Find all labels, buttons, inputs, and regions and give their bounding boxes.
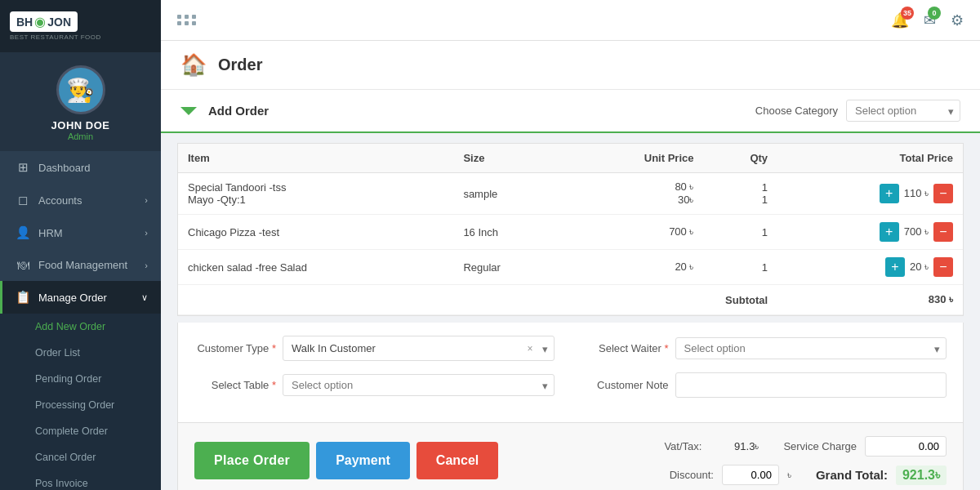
item-unit-price: 80 ৳ 30৳ bbox=[566, 173, 703, 215]
sidebar-item-hrm[interactable]: 👤 HRM › bbox=[0, 216, 161, 249]
subnav-label: Complete Order bbox=[35, 425, 108, 437]
subtotal-label: Subtotal bbox=[178, 285, 777, 315]
sidebar: BH ◉ JON BEST RESTAURANT FOOD 👨‍🍳 JOHN D… bbox=[0, 0, 161, 490]
col-size: Size bbox=[453, 144, 566, 173]
clear-customer-type-button[interactable]: × bbox=[527, 343, 532, 354]
table-select[interactable]: Select option bbox=[283, 374, 555, 396]
sidebar-logo: BH ◉ JON BEST RESTAURANT FOOD bbox=[10, 10, 101, 42]
col-qty: Qty bbox=[703, 144, 777, 173]
select-waiter-group: Select Waiter * Select option bbox=[587, 337, 947, 359]
table-select-wrapper: Select option bbox=[283, 374, 555, 396]
table-header-row: Item Size Unit Price Qty Total Price bbox=[178, 144, 963, 173]
hrm-icon: 👤 bbox=[16, 225, 30, 240]
sidebar-item-label: Manage Order bbox=[38, 292, 107, 304]
total-price-value: 700 ৳ bbox=[904, 225, 929, 238]
qty-plus-button[interactable]: + bbox=[880, 184, 899, 203]
sidebar-item-dashboard[interactable]: ⊞ Dashboard bbox=[0, 151, 161, 184]
qty-minus-button[interactable]: − bbox=[933, 184, 953, 203]
page-content: 🏠 Order Add Order Choose Category Select… bbox=[161, 41, 980, 490]
main-content: 🔔 35 ✉ 0 ⚙ 🏠 Order Add Order Choose Cate… bbox=[161, 0, 980, 490]
customer-note-group: Customer Note bbox=[587, 372, 947, 398]
vat-tax-value: 91.3৳ bbox=[710, 440, 759, 453]
qty-minus-button[interactable]: − bbox=[933, 257, 953, 277]
totals-section: Vat/Tax: 91.3৳ Service Charge Discount: … bbox=[498, 436, 947, 485]
item-size: 16 Inch bbox=[453, 215, 566, 250]
messages-icon[interactable]: ✉ 0 bbox=[924, 11, 936, 29]
table-row: chicken salad -free Salad Regular 20 ৳ 1… bbox=[178, 250, 963, 285]
taka-symbol: ৳ bbox=[787, 469, 791, 482]
topbar-right: 🔔 35 ✉ 0 ⚙ bbox=[891, 11, 964, 29]
user-profile: 👨‍🍳 JOHN DOE Admin bbox=[0, 52, 161, 151]
select-table-group: Select Table * Select option bbox=[194, 374, 555, 396]
message-badge: 0 bbox=[928, 7, 941, 20]
home-icon: 🏠 bbox=[180, 52, 207, 78]
customer-type-group: Customer Type * Walk In Customer × bbox=[194, 336, 555, 361]
item-name: Chicago Pizza -test bbox=[178, 215, 453, 250]
subnav-order-list[interactable]: Order List bbox=[0, 340, 161, 366]
subnav-cancel-order[interactable]: Cancel Order bbox=[0, 444, 161, 470]
sidebar-item-manage-order[interactable]: 📋 Manage Order ∨ bbox=[0, 281, 161, 314]
item-total: + 20 ৳ − bbox=[777, 250, 963, 285]
table-row: Special Tandoori -tss Mayo -Qty:1 sample… bbox=[178, 173, 963, 215]
order-table-area: Item Size Unit Price Qty Total Price Spe… bbox=[177, 143, 964, 316]
sidebar-nav: ⊞ Dashboard ◻ Accounts › 👤 HRM › 🍽 Food … bbox=[0, 151, 161, 490]
page-header: 🏠 Order bbox=[161, 41, 980, 90]
discount-grand-total-row: Discount: ৳ Grand Total: 921.3৳ bbox=[670, 465, 947, 485]
category-select-wrapper: Select option bbox=[846, 100, 960, 122]
customer-note-input[interactable] bbox=[675, 372, 947, 398]
category-select[interactable]: Select option bbox=[846, 100, 960, 122]
sidebar-header: BH ◉ JON BEST RESTAURANT FOOD bbox=[0, 0, 161, 52]
item-total: + 700 ৳ − bbox=[777, 215, 963, 250]
grid-menu-icon[interactable] bbox=[177, 15, 197, 25]
qty-minus-button[interactable]: − bbox=[933, 222, 953, 242]
settings-icon[interactable]: ⚙ bbox=[951, 11, 964, 29]
item-unit-price: 20 ৳ bbox=[566, 250, 703, 285]
col-unit-price: Unit Price bbox=[566, 144, 703, 173]
user-role: Admin bbox=[68, 131, 93, 141]
chevron-right-icon: › bbox=[145, 195, 148, 205]
add-order-bar: Add Order Choose Category Select option bbox=[161, 90, 980, 133]
waiter-select-wrapper: Select option bbox=[675, 337, 947, 359]
notification-bell[interactable]: 🔔 35 bbox=[891, 11, 909, 29]
subnav-complete-order[interactable]: Complete Order bbox=[0, 418, 161, 444]
select-waiter-label: Select Waiter * bbox=[587, 342, 669, 354]
accounts-icon: ◻ bbox=[16, 193, 30, 207]
grand-total-label: Grand Total: bbox=[816, 468, 888, 482]
item-name: chicken salad -free Salad bbox=[178, 250, 453, 285]
qty-plus-button[interactable]: + bbox=[880, 222, 899, 242]
order-icon: 📋 bbox=[16, 290, 30, 305]
qty-plus-button[interactable]: + bbox=[885, 257, 905, 277]
payment-button[interactable]: Payment bbox=[316, 442, 410, 479]
sidebar-item-accounts[interactable]: ◻ Accounts › bbox=[0, 184, 161, 216]
service-charge-input[interactable] bbox=[865, 436, 947, 457]
table-row: Chicago Pizza -test 16 Inch 700 ৳ 1 + 70… bbox=[178, 215, 963, 250]
subnav-add-new-order[interactable]: Add New Order bbox=[0, 314, 161, 340]
subnav-pending-order[interactable]: Pending Order bbox=[0, 366, 161, 392]
customer-type-select[interactable]: Walk In Customer bbox=[283, 336, 555, 361]
total-price-value: 110 ৳ bbox=[904, 187, 929, 200]
place-order-button[interactable]: Place Order bbox=[194, 442, 310, 479]
subnav-processing-order[interactable]: Processing Order bbox=[0, 392, 161, 418]
sidebar-item-food-management[interactable]: 🍽 Food Management › bbox=[0, 249, 161, 281]
sidebar-item-label: Accounts bbox=[38, 194, 82, 207]
customer-note-label: Customer Note bbox=[587, 379, 669, 391]
item-qty: 1 1 bbox=[703, 173, 777, 215]
col-item: Item bbox=[178, 144, 453, 173]
waiter-select[interactable]: Select option bbox=[675, 337, 947, 359]
subnav-pos-invoice[interactable]: Pos Invoice bbox=[0, 470, 161, 490]
subtotal-value: 830 ৳ bbox=[777, 285, 963, 315]
chevron-right-icon: › bbox=[145, 261, 148, 270]
topbar: 🔔 35 ✉ 0 ⚙ bbox=[161, 0, 980, 41]
order-table: Item Size Unit Price Qty Total Price Spe… bbox=[178, 144, 963, 315]
subnav-label: Pos Invoice bbox=[35, 478, 88, 489]
add-order-title: Add Order bbox=[208, 104, 269, 118]
item-total: + 110 ৳ − bbox=[777, 173, 963, 215]
vat-tax-row: Vat/Tax: 91.3৳ Service Charge bbox=[664, 436, 947, 457]
cancel-button[interactable]: Cancel bbox=[416, 442, 498, 479]
item-qty: 1 bbox=[703, 250, 777, 285]
discount-input[interactable] bbox=[722, 465, 779, 485]
topbar-left bbox=[177, 15, 197, 25]
user-name: JOHN DOE bbox=[51, 119, 110, 131]
vat-tax-label: Vat/Tax: bbox=[664, 440, 702, 452]
bottom-area: Place Order Payment Cancel Vat/Tax: 91.3… bbox=[177, 423, 964, 490]
